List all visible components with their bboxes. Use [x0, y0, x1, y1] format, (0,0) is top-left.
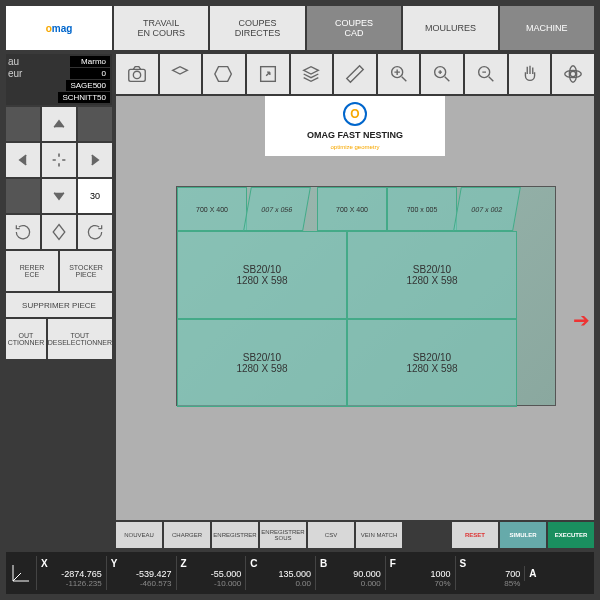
nav-sw[interactable]	[6, 179, 40, 213]
svg-point-6	[570, 71, 576, 77]
enregistrer-sous-button[interactable]: ENREGISTRER SOUS	[260, 522, 306, 548]
cut-piece[interactable]: 007 x 056	[243, 187, 311, 231]
csv-button[interactable]: CSV	[308, 522, 354, 548]
orbit-icon[interactable]	[552, 54, 594, 94]
tout-selectionner-button[interactable]: OUT CTIONNER	[6, 319, 46, 359]
tab-travail[interactable]: TRAVAIL EN COURS	[114, 6, 208, 50]
tab-coupes-directes[interactable]: COUPES DIRECTES	[210, 6, 304, 50]
stocker-piece-button[interactable]: STOCKER PIECE	[60, 251, 112, 291]
param1-value: SAGE500	[66, 80, 110, 91]
nav-down[interactable]	[42, 179, 76, 213]
tab-coupes-cad[interactable]: COUPES CAD	[307, 6, 401, 50]
nav-right[interactable]	[78, 143, 112, 177]
zoom-fit-icon[interactable]	[378, 54, 420, 94]
axis-s: S70085%	[455, 556, 525, 590]
material-value: Marmo	[70, 56, 110, 67]
zoom-out-icon[interactable]	[465, 54, 507, 94]
polygon-icon[interactable]	[203, 54, 245, 94]
ruler-icon[interactable]	[334, 54, 376, 94]
nav-nw[interactable]	[6, 107, 40, 141]
nouveau-button[interactable]: NOUVEAU	[116, 522, 162, 548]
material-label: au	[8, 56, 19, 67]
diamond-icon[interactable]	[42, 215, 76, 249]
cut-piece[interactable]: 700 x 005	[387, 187, 457, 231]
nesting-subtitle: optimize geometry	[330, 144, 379, 150]
tab-machine[interactable]: MACHINE	[500, 6, 594, 50]
cut-piece[interactable]: SB20/101280 X 598	[347, 319, 517, 407]
liberer-piece-button[interactable]: RERER ECE	[6, 251, 58, 291]
axis-b: B90.0000.000	[315, 556, 385, 590]
rotate-left-icon[interactable]	[6, 215, 40, 249]
layers-icon[interactable]	[291, 54, 333, 94]
nesting-title: OMAG FAST NESTING	[307, 130, 403, 140]
enregistrer-button[interactable]: ENREGISTRER	[212, 522, 258, 548]
axis-c: C135.0000.00	[245, 556, 315, 590]
logo: omag	[6, 6, 112, 50]
nav-center[interactable]	[42, 143, 76, 177]
vein-match-button[interactable]: VEIN MATCH	[356, 522, 402, 548]
axes-icon	[6, 561, 36, 585]
tab-moulures[interactable]: MOULURES	[403, 6, 497, 50]
export-icon[interactable]	[247, 54, 289, 94]
thickness-value: 0	[70, 68, 110, 79]
reset-button[interactable]: RESET	[452, 522, 498, 548]
nav-ne[interactable]	[78, 107, 112, 141]
step-value[interactable]: 30	[78, 179, 112, 213]
supprimer-piece-button[interactable]: SUPPRIMER PIECE	[6, 293, 112, 317]
tout-deselectionner-button[interactable]: TOUT DESELECTIONNER	[48, 319, 112, 359]
cut-piece[interactable]: SB20/101280 X 598	[177, 231, 347, 319]
thickness-label: eur	[8, 68, 22, 79]
canvas[interactable]: O OMAG FAST NESTING optimize geometry 70…	[116, 96, 594, 520]
executer-button[interactable]: EXECUTER	[548, 522, 594, 548]
zoom-in-icon[interactable]	[421, 54, 463, 94]
cut-piece[interactable]: 700 X 400	[317, 187, 387, 231]
shape-icon[interactable]	[160, 54, 202, 94]
cut-piece[interactable]: SB20/101280 X 598	[347, 231, 517, 319]
axis-z: Z-55.000-10.000	[176, 556, 246, 590]
nav-left[interactable]	[6, 143, 40, 177]
axis-a: A	[524, 566, 594, 581]
slab[interactable]: 700 X 400 007 x 056 700 X 400 700 x 005 …	[176, 186, 556, 406]
status-bar: X-2874.765-1126.235 Y-539.427-460.573 Z-…	[6, 552, 594, 594]
param2-value: SCHNITT50	[58, 92, 110, 103]
cut-piece[interactable]: 700 X 400	[177, 187, 247, 231]
right-arrow-icon[interactable]: ➔	[573, 308, 590, 332]
rotate-right-icon[interactable]	[78, 215, 112, 249]
axis-y: Y-539.427-460.573	[106, 556, 176, 590]
nesting-badge: O OMAG FAST NESTING optimize geometry	[265, 96, 445, 156]
nav-up[interactable]	[42, 107, 76, 141]
simuler-button[interactable]: SIMULER	[500, 522, 546, 548]
charger-button[interactable]: CHARGER	[164, 522, 210, 548]
cut-piece[interactable]: SB20/101280 X 598	[177, 319, 347, 407]
svg-point-1	[133, 71, 140, 78]
info-panel: auMarmo eur0 SAGE500 SCHNITT50	[6, 54, 112, 105]
axis-f: F100070%	[385, 556, 455, 590]
pan-icon[interactable]	[509, 54, 551, 94]
camera-icon[interactable]	[116, 54, 158, 94]
axis-x: X-2874.765-1126.235	[36, 556, 106, 590]
cut-piece[interactable]: 007 x 002	[453, 187, 521, 231]
